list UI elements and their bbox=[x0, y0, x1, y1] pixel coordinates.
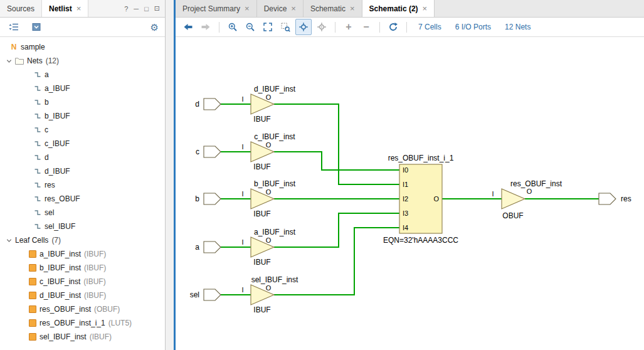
net-d-wire[interactable] bbox=[221, 104, 399, 184]
cells-count[interactable]: 7 Cells bbox=[418, 23, 441, 31]
tree-item-net-b[interactable]: b bbox=[0, 95, 165, 109]
zoom-selection-button[interactable] bbox=[278, 19, 293, 34]
pin-label: I bbox=[241, 95, 243, 103]
tree-item-cell-c-ibuf-inst[interactable]: c_IBUF_inst (IBUF) bbox=[0, 275, 165, 289]
collapse-all-icon bbox=[9, 22, 19, 32]
cell-res-obuf[interactable] bbox=[502, 189, 525, 209]
tree-group-nets[interactable]: Nets (12) bbox=[0, 54, 165, 68]
pin-label: I bbox=[241, 190, 243, 198]
back-button[interactable] bbox=[181, 19, 196, 34]
cell-name: res_OBUF_inst bbox=[40, 305, 91, 314]
tree-root-sample[interactable]: N sample bbox=[0, 40, 165, 54]
cell-type-label: IBUF bbox=[253, 305, 270, 314]
net-icon bbox=[34, 71, 41, 78]
netlist-tree: N sample Nets (12) a a_IBUF b bbox=[0, 37, 165, 350]
tree-group-leaf-cells[interactable]: Leaf Cells (7) bbox=[0, 233, 165, 247]
net-a-wire[interactable] bbox=[221, 213, 399, 247]
float-icon[interactable]: □ bbox=[144, 5, 149, 13]
close-icon[interactable]: × bbox=[245, 4, 250, 13]
pin-label: I1 bbox=[403, 181, 408, 188]
instance-label: res_OBUF_inst bbox=[510, 179, 562, 188]
zoom-out-button[interactable] bbox=[243, 19, 258, 34]
tree-item-net-res-obuf[interactable]: res_OBUF bbox=[0, 192, 165, 206]
port-res[interactable] bbox=[599, 193, 616, 204]
toolbar-separator bbox=[379, 22, 380, 33]
minimize-icon[interactable]: ─ bbox=[134, 5, 139, 13]
tree-item-net-a-ibuf[interactable]: a_IBUF bbox=[0, 82, 165, 95]
net-icon bbox=[34, 126, 41, 134]
regenerate-button[interactable] bbox=[386, 19, 401, 34]
net-c-wire[interactable] bbox=[221, 152, 399, 170]
pin-label: I bbox=[492, 190, 494, 198]
nets-group-label: Nets bbox=[27, 56, 43, 65]
tree-item-net-c-ibuf[interactable]: c_IBUF bbox=[0, 137, 165, 151]
port-a[interactable] bbox=[204, 241, 221, 253]
port-d[interactable] bbox=[204, 98, 221, 110]
tree-item-net-d-ibuf[interactable]: d_IBUF bbox=[0, 164, 165, 178]
tree-item-net-b-ibuf[interactable]: b_IBUF bbox=[0, 109, 165, 123]
help-icon[interactable]: ? bbox=[124, 5, 128, 13]
port-label: res bbox=[621, 194, 631, 203]
chevron-down-icon[interactable] bbox=[6, 58, 12, 64]
tree-item-net-sel[interactable]: sel bbox=[0, 206, 165, 220]
tree-item-cell-res-obuf-inst[interactable]: res_OBUF_inst (OBUF) bbox=[0, 302, 165, 316]
tab-schematic-2[interactable]: Schematic (2) × bbox=[362, 0, 435, 17]
forward-button[interactable] bbox=[198, 19, 213, 34]
net-name: a bbox=[45, 70, 49, 79]
tab-device[interactable]: Device × bbox=[257, 0, 304, 17]
net-name: a_IBUF bbox=[45, 84, 70, 93]
port-sel[interactable] bbox=[204, 289, 221, 300]
port-label: b bbox=[195, 194, 199, 203]
tree-item-net-c[interactable]: c bbox=[0, 123, 165, 137]
tab-netlist[interactable]: Netlist × bbox=[42, 0, 88, 17]
cell-type: (OBUF) bbox=[94, 305, 120, 314]
collapse-all-button[interactable] bbox=[6, 19, 21, 34]
net-name: b bbox=[45, 98, 49, 107]
leaf-cells-group-count: (7) bbox=[51, 236, 61, 245]
tab-project-summary[interactable]: Project Summary × bbox=[176, 0, 257, 17]
maximize-icon[interactable]: ⊡ bbox=[154, 4, 160, 13]
io-ports-count[interactable]: 6 I/O Ports bbox=[455, 23, 491, 31]
expand-selection-button[interactable] bbox=[314, 19, 329, 34]
zoom-fit-button[interactable] bbox=[260, 19, 275, 34]
schematic-canvas[interactable]: d d_IBUF_inst I O IBUF c c_IBUF_inst I O… bbox=[176, 37, 644, 350]
root-label: sample bbox=[21, 43, 45, 51]
tree-item-cell-d-ibuf-inst[interactable]: d_IBUF_inst (IBUF) bbox=[0, 289, 165, 302]
pin-label: O bbox=[266, 284, 272, 292]
port-label: a bbox=[195, 243, 199, 252]
panel-divider[interactable] bbox=[166, 0, 174, 350]
add-button[interactable]: + bbox=[341, 19, 356, 34]
vivado-window: Sources Netlist × ? ─ □ ⊡ bbox=[0, 0, 644, 350]
settings-gear-icon[interactable]: ⚙ bbox=[150, 23, 159, 32]
close-icon[interactable]: × bbox=[291, 4, 296, 13]
zoom-in-button[interactable] bbox=[225, 19, 240, 34]
net-icon bbox=[34, 154, 41, 161]
close-icon[interactable]: × bbox=[77, 4, 82, 13]
tree-item-net-d[interactable]: d bbox=[0, 151, 165, 164]
cell-type: (IBUF) bbox=[84, 291, 106, 300]
tree-item-cell-a-ibuf-inst[interactable]: a_IBUF_inst (IBUF) bbox=[0, 247, 165, 261]
autofit-selection-button[interactable] bbox=[295, 19, 312, 35]
net-sel-wire[interactable] bbox=[221, 228, 399, 295]
close-icon[interactable]: × bbox=[423, 4, 428, 13]
tree-item-net-a[interactable]: a bbox=[0, 68, 165, 82]
tab-label: Project Summary bbox=[182, 4, 240, 13]
pin-label: I4 bbox=[403, 224, 408, 231]
tab-netlist-label: Netlist bbox=[49, 4, 72, 13]
cell-icon bbox=[29, 264, 36, 272]
expand-all-button[interactable] bbox=[29, 19, 44, 34]
tree-item-cell-res-obuf-inst-i-1[interactable]: res_OBUF_inst_i_1 (LUT5) bbox=[0, 316, 165, 330]
port-c[interactable] bbox=[204, 146, 221, 157]
tree-item-net-sel-ibuf[interactable]: sel_IBUF bbox=[0, 220, 165, 233]
tree-item-net-res[interactable]: res bbox=[0, 178, 165, 192]
close-icon[interactable]: × bbox=[350, 4, 355, 13]
tab-sources[interactable]: Sources bbox=[0, 0, 42, 17]
tree-item-cell-b-ibuf-inst[interactable]: b_IBUF_inst (IBUF) bbox=[0, 261, 165, 275]
tab-schematic[interactable]: Schematic × bbox=[304, 0, 362, 17]
chevron-down-icon[interactable] bbox=[6, 238, 12, 243]
autofit-crosshair-icon bbox=[298, 22, 309, 32]
port-b[interactable] bbox=[204, 193, 221, 204]
tree-item-cell-sel-ibuf-inst[interactable]: sel_IBUF_inst (IBUF) bbox=[0, 330, 165, 344]
nets-count[interactable]: 12 Nets bbox=[505, 23, 531, 31]
remove-button[interactable]: − bbox=[359, 19, 374, 34]
